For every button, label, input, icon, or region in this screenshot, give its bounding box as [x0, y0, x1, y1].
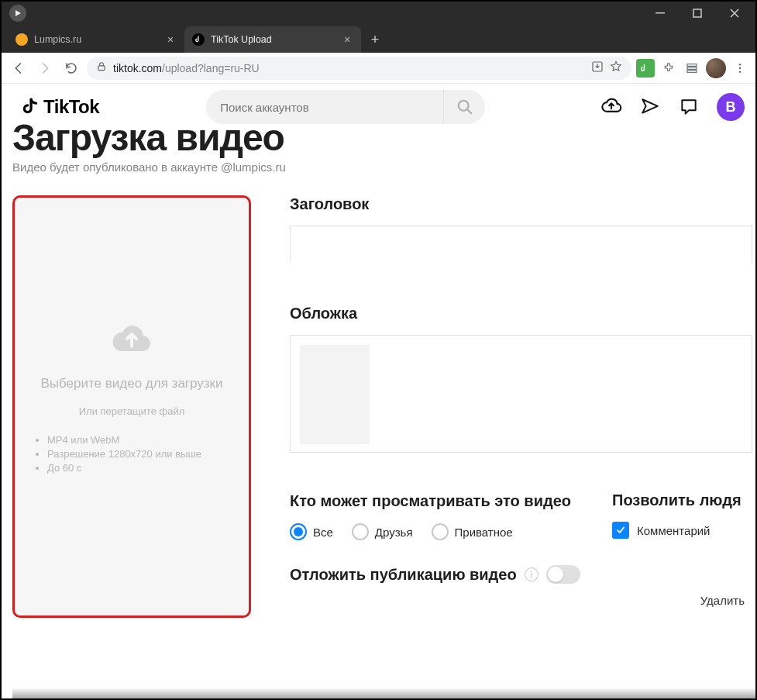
svg-rect-2: [693, 9, 701, 17]
lock-icon: [96, 61, 107, 74]
upload-button[interactable]: [600, 96, 622, 118]
reading-list-icon[interactable]: [683, 59, 701, 78]
svg-rect-7: [687, 70, 697, 72]
svg-point-10: [739, 71, 741, 72]
maximize-button[interactable]: [680, 2, 715, 25]
radio-icon: [432, 523, 449, 540]
svg-point-9: [739, 67, 741, 68]
svg-point-8: [739, 64, 741, 65]
new-tab-button[interactable]: +: [364, 29, 386, 50]
browser-profile-avatar[interactable]: [706, 58, 726, 78]
tiktok-logo[interactable]: TikTok: [20, 96, 99, 118]
tab-title: TikTok Upload: [211, 34, 335, 45]
list-item: Разрешение 1280x720 или выше: [47, 448, 201, 460]
radio-label: Приватное: [455, 526, 513, 539]
upload-page-content: Загрузка видео Видео будет опубликовано …: [2, 116, 755, 618]
cover-thumb-placeholder: [300, 345, 370, 444]
title-input[interactable]: [290, 226, 752, 261]
allow-comments-checkbox[interactable]: Комментарий: [612, 522, 742, 539]
svg-rect-3: [98, 66, 105, 71]
radio-label: Друзья: [375, 526, 413, 539]
tiktok-note-icon: [20, 97, 40, 117]
messages-button[interactable]: [639, 96, 661, 118]
checkbox-label: Комментарий: [637, 524, 710, 537]
favicon-icon: [192, 33, 205, 46]
cover-label: Обложка: [290, 305, 752, 322]
radio-icon: [290, 523, 307, 540]
page-title: Загрузка видео: [12, 116, 755, 159]
favicon-icon: [15, 33, 28, 46]
close-tab-icon[interactable]: ×: [164, 33, 177, 46]
window-titlebar: [2, 2, 755, 25]
list-item: MP4 или WebM: [47, 434, 201, 446]
install-app-icon[interactable]: [591, 60, 604, 75]
search-icon: [456, 98, 473, 116]
browser-toolbar: tiktok.com/upload?lang=ru-RU: [2, 53, 755, 84]
page-viewport: TikTok B Загрузка видео Видео будет опуб…: [2, 84, 755, 698]
upload-dropzone[interactable]: Выберите видео для загрузки Или перетащи…: [12, 195, 251, 618]
tab-title: Lumpics.ru: [34, 34, 158, 45]
browser-tab[interactable]: TikTok Upload ×: [184, 26, 361, 53]
upload-main-text: Выберите видео для загрузки: [31, 376, 232, 391]
reload-button[interactable]: [60, 57, 82, 79]
schedule-toggle[interactable]: [546, 565, 580, 584]
radio-icon: [352, 523, 369, 540]
inbox-button[interactable]: [678, 96, 700, 118]
avatar-letter: B: [726, 99, 736, 116]
extensions-button[interactable]: [659, 59, 678, 78]
allow-label: Позволить людя: [612, 491, 742, 509]
upload-form: Заголовок Обложка Кто может просматриват…: [290, 195, 755, 584]
minimize-button[interactable]: [642, 2, 678, 25]
delete-button[interactable]: Удалить: [700, 594, 745, 607]
bookmark-star-icon[interactable]: [610, 60, 622, 75]
radio-all[interactable]: Все: [290, 523, 333, 540]
media-indicator-icon[interactable]: [9, 5, 26, 22]
close-window-button[interactable]: [717, 2, 752, 25]
schedule-label: Отложить публикацию видео: [290, 566, 517, 584]
title-label: Заголовок: [290, 195, 752, 213]
browser-menu-button[interactable]: [731, 59, 749, 78]
cloud-upload-icon: [110, 322, 153, 356]
svg-rect-1: [655, 12, 665, 14]
svg-rect-5: [687, 64, 697, 66]
back-button[interactable]: [8, 57, 29, 79]
page-subtitle: Видео будет опубликовано в аккаунте @lum…: [12, 160, 755, 174]
brand-text: TikTok: [43, 96, 99, 118]
upload-requirements: MP4 или WebM Разрешение 1280x720 или выш…: [15, 434, 201, 476]
scroll-shadow: [12, 688, 755, 698]
cover-picker[interactable]: [290, 335, 752, 453]
upload-sub-text: Или перетащите файл: [79, 405, 185, 417]
search-input[interactable]: [220, 101, 443, 114]
extension-icon[interactable]: [636, 59, 655, 78]
radio-friends[interactable]: Друзья: [352, 523, 413, 540]
info-icon[interactable]: i: [525, 567, 539, 581]
svg-marker-0: [15, 10, 21, 16]
checkbox-icon: [612, 522, 629, 539]
browser-tabstrip: Lumpics.ru × TikTok Upload × +: [2, 25, 755, 53]
browser-tab[interactable]: Lumpics.ru ×: [8, 26, 184, 53]
forward-button[interactable]: [34, 57, 56, 79]
viewers-label: Кто может просматривать это видео: [290, 491, 584, 511]
viewers-radio-group: Все Друзья Приватное: [290, 523, 584, 540]
url-text: tiktok.com/upload?lang=ru-RU: [113, 62, 585, 74]
close-tab-icon[interactable]: ×: [341, 33, 353, 46]
svg-rect-6: [687, 67, 697, 69]
list-item: До 60 с: [47, 462, 201, 474]
radio-label: Все: [313, 526, 333, 539]
address-bar[interactable]: tiktok.com/upload?lang=ru-RU: [87, 57, 631, 80]
radio-private[interactable]: Приватное: [432, 523, 513, 540]
